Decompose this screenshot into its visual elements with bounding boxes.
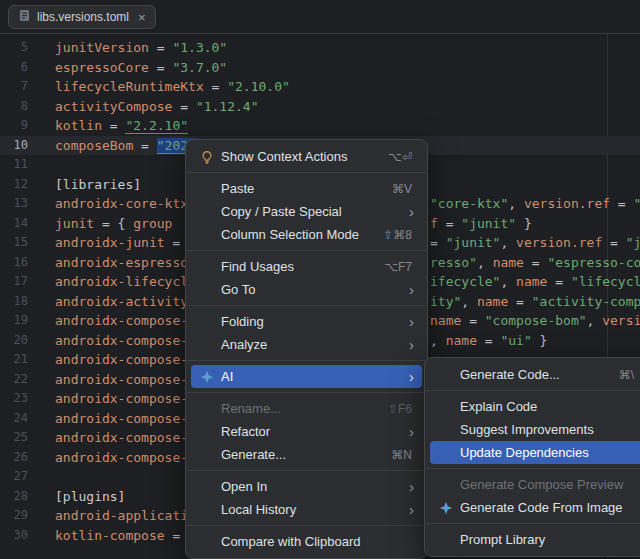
chevron-right-icon: › [409, 314, 414, 329]
menu-separator [187, 250, 426, 251]
toml-file-icon [18, 9, 31, 25]
menu-item-compare-with-clipboard[interactable]: Compare with Clipboard [191, 530, 422, 553]
icon-slot [199, 425, 215, 439]
icon-slot [199, 402, 215, 416]
line-number: 20 [0, 331, 28, 351]
tab-libs-versions-toml[interactable]: libs.versions.toml × [8, 5, 156, 29]
menu-item-label: Open In [221, 479, 267, 494]
chevron-right-icon: › [409, 337, 414, 352]
ide-window: libs.versions.toml × 5junitVersion = "1.… [0, 0, 640, 559]
menu-item-ai[interactable]: AI› [191, 365, 422, 388]
menu-item-explain-code[interactable]: Explain Code [430, 395, 640, 418]
line-number: 28 [0, 487, 28, 507]
line-number: 30 [0, 526, 28, 546]
line-number: 27 [0, 467, 28, 487]
menu-item-label: Explain Code [460, 399, 537, 414]
menu-item-shortcut: ⌥F7 [384, 260, 412, 274]
menu-item-generate-compose-preview: Generate Compose Preview [430, 473, 640, 496]
menu-item-show-context-actions[interactable]: Show Context Actions⌥⏎ [191, 145, 422, 168]
menu-item-find-usages[interactable]: Find Usages⌥F7 [191, 255, 422, 278]
menu-item-label: Local History [221, 502, 296, 517]
menu-item-shortcut: ⇧⌘8 [383, 228, 412, 242]
code-line-7[interactable]: 7lifecycleRuntimeKtx = "2.10.0" [0, 77, 640, 97]
line-number: 11 [0, 155, 28, 175]
menu-item-label: Compare with Clipboard [221, 534, 360, 549]
menu-item-label: Generate Code... [460, 367, 560, 382]
menu-item-label: Generate Code From Image [460, 500, 623, 515]
menu-item-label: Show Context Actions [221, 149, 347, 164]
menu-separator [187, 392, 426, 393]
line-number: 16 [0, 253, 28, 273]
icon-slot [438, 533, 454, 547]
line-number: 21 [0, 350, 28, 370]
menu-item-column-selection-mode[interactable]: Column Selection Mode⇧⌘8 [191, 223, 422, 246]
menu-item-label: Refactor [221, 424, 270, 439]
line-number: 10 [0, 136, 28, 156]
code-line-8[interactable]: 8activityCompose = "1.12.4" [0, 97, 640, 117]
line-number: 22 [0, 370, 28, 390]
menu-item-label: Prompt Library [460, 532, 545, 547]
menu-item-update-dependencies[interactable]: Update Dependencies [430, 441, 640, 464]
menu-separator [187, 525, 426, 526]
icon-slot [199, 228, 215, 242]
ai-sparkle-icon [199, 370, 215, 384]
menu-item-prompt-library[interactable]: Prompt Library [430, 528, 640, 551]
icon-slot [199, 338, 215, 352]
menu-item-local-history[interactable]: Local History› [191, 498, 422, 521]
line-number: 8 [0, 97, 28, 117]
line-number: 24 [0, 409, 28, 429]
menu-item-label: Suggest Improvements [460, 422, 594, 437]
menu-item-copy-paste-special[interactable]: Copy / Paste Special› [191, 200, 422, 223]
close-icon[interactable]: × [138, 11, 146, 24]
menu-item-generate-code[interactable]: Generate Code...⌘\ [430, 363, 640, 386]
menu-item-paste[interactable]: Paste⌘V [191, 177, 422, 200]
menu-item-folding[interactable]: Folding› [191, 310, 422, 333]
chevron-right-icon: › [409, 282, 414, 297]
menu-item-refactor[interactable]: Refactor› [191, 420, 422, 443]
menu-item-open-in[interactable]: Open In› [191, 475, 422, 498]
icon-slot [199, 448, 215, 462]
icon-slot [199, 182, 215, 196]
menu-item-generate-code-from-image[interactable]: Generate Code From Image [430, 496, 640, 519]
menu-item-label: Copy / Paste Special [221, 204, 342, 219]
menu-item-label: Find Usages [221, 259, 294, 274]
menu-item-go-to[interactable]: Go To› [191, 278, 422, 301]
icon-slot [438, 368, 454, 382]
menu-separator [426, 468, 640, 469]
menu-item-label: Update Dependencies [460, 445, 589, 460]
menu-item-generate[interactable]: Generate...⌘N [191, 443, 422, 466]
line-number: 5 [0, 38, 28, 58]
tab-title: libs.versions.toml [37, 10, 129, 24]
code-line-5[interactable]: 5junitVersion = "1.3.0" [0, 38, 640, 58]
menu-item-suggest-improvements[interactable]: Suggest Improvements [430, 418, 640, 441]
menu-separator [426, 390, 640, 391]
code-line-6[interactable]: 6espressoCore = "3.7.0" [0, 58, 640, 78]
chevron-right-icon: › [409, 479, 414, 494]
line-number: 26 [0, 448, 28, 468]
menu-item-label: Column Selection Mode [221, 227, 359, 242]
icon-slot [199, 283, 215, 297]
menu-item-label: Generate Compose Preview [460, 477, 623, 492]
line-number: 18 [0, 292, 28, 312]
editor-tab-bar: libs.versions.toml × [0, 0, 640, 34]
menu-item-analyze[interactable]: Analyze› [191, 333, 422, 356]
line-number: 17 [0, 272, 28, 292]
icon-slot [199, 260, 215, 274]
chevron-right-icon: › [409, 502, 414, 517]
menu-item-label: Generate... [221, 447, 286, 462]
icon-slot [199, 535, 215, 549]
menu-item-label: Folding [221, 314, 264, 329]
menu-item-shortcut: ⇧F6 [388, 402, 412, 416]
menu-item-label: AI [221, 369, 233, 384]
icon-slot [199, 205, 215, 219]
line-number: 29 [0, 506, 28, 526]
line-number: 25 [0, 428, 28, 448]
icon-slot [438, 446, 454, 460]
menu-separator [426, 523, 640, 524]
code-line-9[interactable]: 9kotlin = "2.2.10" [0, 116, 640, 136]
menu-separator [187, 360, 426, 361]
icon-slot [199, 503, 215, 517]
chevron-right-icon: › [409, 369, 414, 384]
icon-slot [199, 315, 215, 329]
line-number: 9 [0, 116, 28, 136]
